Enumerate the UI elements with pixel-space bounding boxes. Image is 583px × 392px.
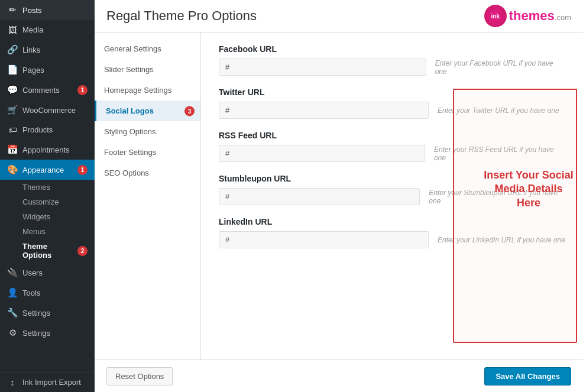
social-logos-label: Social Logos bbox=[106, 106, 154, 115]
sidebar-label-plugins: Users bbox=[22, 268, 43, 277]
sidebar-label-tools: Settings bbox=[22, 309, 50, 318]
sidebar-label-users: Tools bbox=[22, 289, 40, 297]
sidebar-item-plugins[interactable]: 🔌 Users bbox=[0, 263, 95, 283]
stumbleupon-url-row: Enter your Stumbleupon URL if you have o… bbox=[219, 188, 565, 205]
logo: ink themes.com bbox=[484, 5, 571, 27]
nav-footer-settings[interactable]: Footer Settings bbox=[95, 142, 200, 163]
sidebar-item-appearance[interactable]: 🎨 Appearance 1 bbox=[0, 160, 95, 180]
nav-styling-options[interactable]: Styling Options bbox=[95, 121, 200, 142]
appearance-icon: 🎨 bbox=[7, 164, 18, 175]
linkedin-url-hint: Enter your LinkedIn URL if you have one bbox=[438, 236, 565, 244]
linkedin-url-section: LinkedIn URL Enter your LinkedIn URL if … bbox=[219, 217, 565, 248]
sidebar-label-woocommerce: WooCommerce bbox=[22, 106, 76, 115]
facebook-url-hint: Enter your Facebook URL if you have one bbox=[435, 59, 565, 76]
stumbleupon-url-label: Stumbleupon URL bbox=[219, 174, 565, 183]
nav-general-settings[interactable]: General Settings bbox=[95, 38, 200, 59]
nav-social-logos[interactable]: Social Logos 3 bbox=[95, 101, 200, 121]
sidebar-sub-customize[interactable]: Customize bbox=[0, 195, 95, 209]
social-logos-badge: 3 bbox=[184, 106, 195, 116]
linkedin-url-row: Enter your LinkedIn URL if you have one bbox=[219, 231, 565, 248]
theme-options-badge: 2 bbox=[77, 246, 88, 256]
sidebar-item-woocommerce[interactable]: 🛒 WooCommerce bbox=[0, 100, 95, 120]
sidebar-sub-themes[interactable]: Themes bbox=[0, 180, 95, 195]
sidebar-label-settings: Settings bbox=[22, 329, 50, 338]
rss-feed-url-row: Enter your RSS Feed URL if you have one bbox=[219, 145, 565, 162]
sidebar-label-pages: Pages bbox=[22, 66, 44, 74]
tools-icon: 🔧 bbox=[7, 307, 18, 318]
twitter-url-section: Twitter URL Enter your Twitter URL if yo… bbox=[219, 88, 565, 119]
twitter-url-input[interactable] bbox=[219, 102, 429, 119]
form-area: Insert Your Social Media Details Here Fa… bbox=[201, 33, 583, 359]
logo-brand: themes bbox=[509, 8, 555, 23]
twitter-url-label: Twitter URL bbox=[219, 88, 565, 97]
ink-import-export-icon: ↕ bbox=[7, 377, 18, 387]
nav-homepage-settings[interactable]: Homepage Settings bbox=[95, 80, 200, 101]
sidebar-item-ink-import-export[interactable]: ↕ Ink Import Export bbox=[0, 372, 95, 392]
sidebar-item-comments[interactable]: 💬 Comments 1 bbox=[0, 80, 95, 100]
facebook-url-label: Facebook URL bbox=[219, 44, 565, 54]
sidebar-label-media: Media bbox=[22, 25, 43, 34]
sidebar-sub-widgets[interactable]: Widgets bbox=[0, 209, 95, 224]
theme-options-label: Theme Options bbox=[22, 242, 77, 260]
left-navigation: General Settings Slider Settings Homepag… bbox=[95, 33, 201, 359]
rss-feed-url-input[interactable] bbox=[219, 145, 425, 162]
appearance-badge: 1 bbox=[77, 165, 88, 175]
links-icon: 🔗 bbox=[7, 44, 18, 55]
facebook-url-row: Enter your Facebook URL if you have one bbox=[219, 59, 565, 76]
sidebar-item-users[interactable]: 👤 Tools bbox=[0, 283, 95, 303]
save-changes-button[interactable]: Save All Changes bbox=[484, 367, 571, 385]
stumbleupon-url-input[interactable] bbox=[219, 188, 420, 205]
sidebar-label-posts: Posts bbox=[22, 6, 42, 15]
sidebar-item-tools[interactable]: 🔧 Settings bbox=[0, 303, 95, 323]
sidebar-item-posts[interactable]: ✏ Posts bbox=[0, 0, 95, 20]
sidebar-label-appointments: Appointments bbox=[22, 145, 70, 154]
sidebar-item-appointments[interactable]: 📅 Appointments bbox=[0, 140, 95, 160]
plugins-icon: 🔌 bbox=[7, 267, 18, 278]
annotation-box bbox=[453, 89, 577, 343]
posts-icon: ✏ bbox=[7, 5, 18, 15]
main-content: Regal Theme Pro Options ink themes.com G… bbox=[95, 0, 583, 392]
appointments-icon: 📅 bbox=[7, 144, 18, 155]
products-icon: 🏷 bbox=[7, 125, 18, 135]
content-area: General Settings Slider Settings Homepag… bbox=[95, 33, 583, 359]
page-header: Regal Theme Pro Options ink themes.com bbox=[95, 0, 583, 33]
sidebar-label-products: Products bbox=[22, 125, 53, 134]
sidebar-item-links[interactable]: 🔗 Links bbox=[0, 40, 95, 60]
page-title: Regal Theme Pro Options bbox=[106, 8, 257, 24]
pages-icon: 📄 bbox=[7, 64, 18, 75]
rss-feed-url-section: RSS Feed URL Enter your RSS Feed URL if … bbox=[219, 131, 565, 162]
nav-seo-options[interactable]: SEO Options bbox=[95, 163, 200, 183]
sidebar-label-appearance: Appearance bbox=[22, 166, 64, 174]
logo-suffix: .com bbox=[555, 13, 571, 22]
sidebar-item-pages[interactable]: 📄 Pages bbox=[0, 60, 95, 80]
media-icon: 🖼 bbox=[7, 25, 18, 35]
sidebar-item-settings[interactable]: ⚙ Settings bbox=[0, 323, 95, 343]
sidebar: ✏ Posts 🖼 Media 🔗 Links 📄 Pages 💬 Commen… bbox=[0, 0, 95, 392]
sidebar-label-links: Links bbox=[22, 46, 40, 54]
stumbleupon-url-section: Stumbleupon URL Enter your Stumbleupon U… bbox=[219, 174, 565, 205]
logo-text: themes.com bbox=[509, 8, 571, 24]
sidebar-item-products[interactable]: 🏷 Products bbox=[0, 120, 95, 140]
linkedin-url-input[interactable] bbox=[219, 231, 429, 248]
sidebar-label-ink: Ink Import Export bbox=[22, 378, 81, 387]
twitter-url-row: Enter your Twitter URL if you have one bbox=[219, 102, 565, 119]
facebook-url-input[interactable] bbox=[219, 59, 426, 76]
comments-badge: 1 bbox=[77, 85, 88, 95]
twitter-url-hint: Enter your Twitter URL if you have one bbox=[438, 106, 559, 115]
page-footer: Reset Options Save All Changes bbox=[95, 359, 583, 392]
sidebar-item-media[interactable]: 🖼 Media bbox=[0, 20, 95, 40]
sidebar-sub-theme-options[interactable]: Theme Options 2 bbox=[0, 239, 95, 263]
rss-feed-url-label: RSS Feed URL bbox=[219, 131, 565, 140]
settings-icon: ⚙ bbox=[7, 328, 18, 338]
nav-slider-settings[interactable]: Slider Settings bbox=[95, 59, 200, 80]
stumbleupon-url-hint: Enter your Stumbleupon URL if you have o… bbox=[429, 189, 565, 205]
comments-icon: 💬 bbox=[7, 85, 18, 95]
sidebar-sub-menus[interactable]: Menus bbox=[0, 224, 95, 239]
users-icon: 👤 bbox=[7, 287, 18, 298]
woocommerce-icon: 🛒 bbox=[7, 105, 18, 115]
logo-icon: ink bbox=[484, 5, 507, 27]
linkedin-url-label: LinkedIn URL bbox=[219, 217, 565, 226]
rss-feed-url-hint: Enter your RSS Feed URL if you have one bbox=[434, 145, 565, 162]
reset-options-button[interactable]: Reset Options bbox=[106, 367, 173, 385]
sidebar-label-comments: Comments bbox=[22, 86, 60, 95]
